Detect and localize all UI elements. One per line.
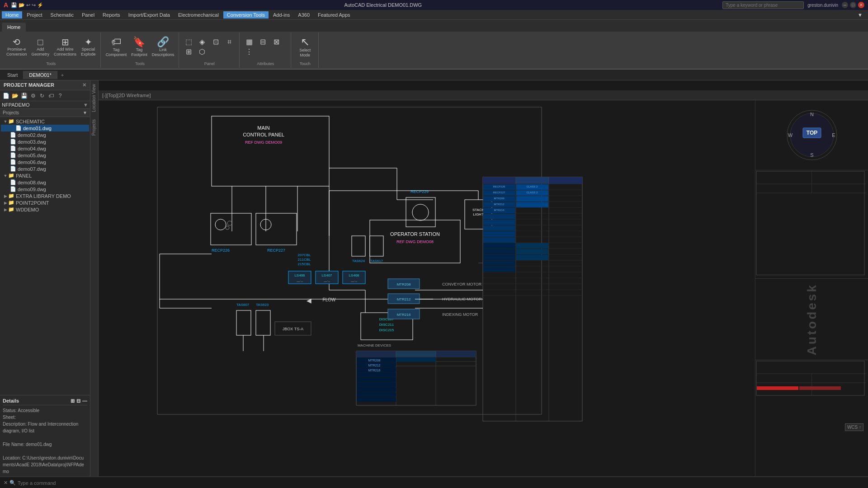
tree-label-demo05: demo05.dwg — [18, 153, 46, 158]
title-block-bottom — [755, 360, 868, 397]
menu-project[interactable]: Project — [23, 11, 46, 19]
mach-row-1b — [396, 357, 436, 362]
btn-attr-1[interactable]: ▦ — [243, 38, 255, 47]
tree-item-demo04[interactable]: 📄 demo04.dwg — [1, 145, 89, 152]
tag-component-icon: 🏷 — [111, 37, 121, 47]
menu-home[interactable]: Home — [2, 11, 22, 19]
tree-item-extra[interactable]: ▶ 📁 EXTRA LIBRARY DEMO — [1, 192, 89, 199]
tree-item-demo06[interactable]: 📄 demo06.dwg — [1, 159, 89, 165]
menu-a360[interactable]: A360 — [294, 11, 313, 19]
tree-item-demo08[interactable]: 📄 demo08.dwg — [1, 179, 89, 186]
btn-link-descriptions[interactable]: 🔗 LinkDescriptions — [150, 36, 176, 58]
btn-panel-5[interactable]: ⊞ — [182, 47, 195, 56]
menu-import-export[interactable]: Import/Export Data — [125, 11, 174, 19]
btn-special-explode[interactable]: ✦ SpecialExplode — [79, 37, 98, 58]
location-view-label[interactable]: Location View — [90, 80, 98, 116]
tab-demo01[interactable]: DEMO01* — [24, 71, 57, 79]
mach-row-2-text: MTR212 — [368, 364, 381, 367]
quick-access-toolbar[interactable]: 💾 📂 ↩ ↪ ⚡ — [11, 2, 43, 8]
recp227-box — [256, 213, 297, 245]
tree-label-panel: PANEL — [16, 173, 32, 178]
panel-tool-tag[interactable]: 🏷 — [47, 92, 55, 100]
cmd-close-icon[interactable]: ✕ — [4, 480, 8, 486]
btn-attr-3[interactable]: ⊠ — [270, 38, 283, 47]
btn-panel-6[interactable]: ⬡ — [196, 47, 208, 56]
details-icon-2[interactable]: ⊟ — [76, 398, 80, 404]
menu-panel[interactable]: Panel — [78, 11, 98, 19]
tree-item-demo02[interactable]: 📄 demo02.dwg — [1, 131, 89, 138]
machine-header-1 — [356, 351, 396, 357]
btn-panel-1[interactable]: ⬚ — [182, 38, 195, 47]
recp229-box — [406, 197, 435, 227]
details-icon-3[interactable]: — — [82, 398, 87, 404]
recp226-label: RECP226 — [212, 248, 230, 253]
disc215-label: DISC215 — [379, 328, 394, 332]
panel-tool-new[interactable]: 📄 — [2, 92, 10, 100]
tree-item-demo05[interactable]: 📄 demo05.dwg — [1, 152, 89, 159]
tree-item-panel[interactable]: ▼ 📁 PANEL — [1, 172, 89, 179]
btn-tag-component[interactable]: 🏷 TagComponent — [104, 36, 129, 58]
menu-reports[interactable]: Reports — [99, 11, 124, 19]
btn-tag-footprint[interactable]: 🔖 TagFootprint — [129, 36, 149, 58]
projects-view-label[interactable]: Projects — [90, 116, 98, 139]
tree-label-demo09: demo09.dwg — [18, 187, 46, 192]
menu-featured[interactable]: Featured Apps — [314, 11, 354, 19]
btn-panel-3[interactable]: ⊡ — [209, 38, 222, 47]
tree-item-schematic[interactable]: ▼ 📁 SCHEMATIC — [1, 118, 89, 125]
menu-electromechanical[interactable]: Electromechanical — [175, 11, 222, 19]
rt-cell-13b — [516, 255, 548, 260]
ribbon-tab-home[interactable]: Home — [2, 23, 26, 32]
project-root-label: NFPADEMO — [2, 102, 83, 108]
file-icon-demo01: 📄 — [15, 125, 22, 131]
tab-add-button[interactable]: + — [57, 71, 67, 79]
panel-tool-refresh[interactable]: ↻ — [38, 92, 46, 100]
canvas-area[interactable]: [-][Top][2D Wireframe] MAIN CONTROL PANE… — [99, 90, 868, 476]
maximize-button[interactable]: □ — [850, 2, 856, 8]
minimize-button[interactable]: ─ — [842, 2, 848, 8]
command-input[interactable] — [18, 480, 864, 486]
tree-item-demo03[interactable]: 📄 demo03.dwg — [1, 138, 89, 145]
panel-tool-help[interactable]: ? — [56, 92, 64, 100]
tree-item-point2point[interactable]: ▶ 📁 POINT2POINT — [1, 199, 89, 206]
menu-extra[interactable]: ▼ — [854, 11, 866, 19]
search-input[interactable] — [722, 1, 804, 9]
btn-panel-4[interactable]: ⌗ — [223, 38, 236, 47]
svg-rect-6 — [756, 361, 864, 395]
drawing-svg[interactable]: MAIN CONTROL PANEL REF DWG DEMO09 RECP22… — [99, 100, 868, 476]
promise-icon: ⟲ — [13, 38, 20, 47]
rt-text-1b: CLASS 2 — [527, 185, 538, 188]
btn-add-geometry[interactable]: □ AddGeometry — [30, 37, 52, 58]
main-panel-title-line1: MAIN — [257, 125, 270, 131]
panel-tool-settings[interactable]: ⚙ — [29, 92, 37, 100]
mach-row-3-text: MTR216 — [368, 369, 381, 372]
menu-schematic[interactable]: Schematic — [47, 11, 77, 19]
top-badge-text: TOP — [806, 130, 817, 136]
menu-conversion[interactable]: Conversion Tools — [223, 11, 269, 19]
panel-close-icon[interactable]: ✕ — [82, 82, 86, 88]
close-button[interactable]: ✕ — [858, 2, 864, 8]
btn-attr-2[interactable]: ⊟ — [256, 38, 269, 47]
main-panel-title-line2: CONTROL PANEL — [243, 132, 284, 137]
tree-item-wddemo[interactable]: ▶ 📁 WDDEMO — [1, 206, 89, 213]
panel-tool-save[interactable]: 💾 — [20, 92, 28, 100]
btn-add-wire[interactable]: ⊞ Add WireConnections — [52, 37, 78, 58]
projects-collapse-icon[interactable]: ▼ — [83, 110, 87, 115]
tab-start[interactable]: Start — [2, 71, 24, 79]
root-dropdown-icon[interactable]: ▼ — [83, 102, 88, 108]
tree-item-demo09[interactable]: 📄 demo09.dwg — [1, 186, 89, 192]
btn-panel-2[interactable]: ◈ — [196, 38, 208, 47]
menu-addins[interactable]: Add-ins — [269, 11, 293, 19]
tas623-box — [256, 310, 270, 335]
viewport[interactable]: Location View Projects [-][Top][2D Wiref… — [90, 80, 868, 476]
tree-item-demo01[interactable]: 📄 demo01.dwg — [1, 125, 89, 131]
panel-tool-open[interactable]: 📂 — [11, 92, 19, 100]
ribbon: Home ⟲ Promise-eConversion □ AddGeometry… — [0, 20, 868, 70]
machine-devices-label: MACHINE DEVICES — [358, 343, 391, 347]
tree-item-demo07[interactable]: 📄 demo07.dwg — [1, 165, 89, 172]
btn-promise-conversion[interactable]: ⟲ Promise-eConversion — [5, 37, 29, 58]
details-icon-1[interactable]: ⊞ — [71, 398, 75, 404]
rt-cell-11b — [516, 243, 548, 249]
compass-area: N S W E TOP — [755, 100, 868, 170]
btn-attr-4[interactable]: ⋮ — [243, 47, 255, 56]
btn-select-mode[interactable]: ↖ SelectMode — [297, 36, 313, 59]
